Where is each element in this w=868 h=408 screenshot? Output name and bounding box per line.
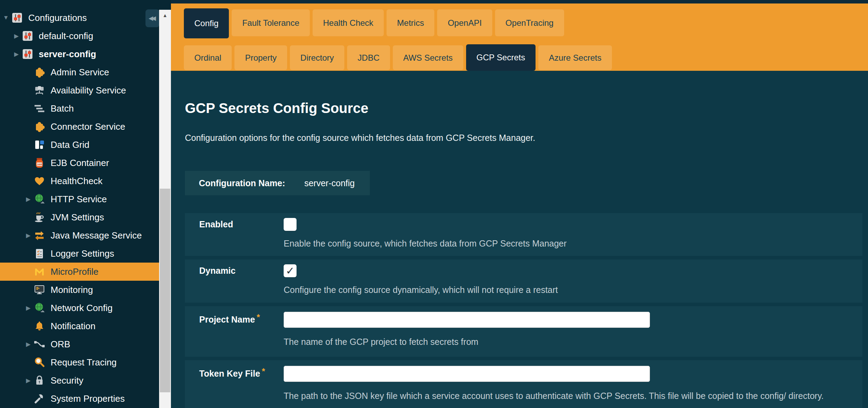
dynamic-checkbox[interactable]: ✓: [284, 264, 297, 277]
configuration-name-value: server-config: [304, 178, 355, 188]
configuration-name-box: Configuration Name: server-config: [185, 171, 370, 195]
tab-directory[interactable]: Directory: [290, 45, 344, 70]
tree-collapsed-icon[interactable]: ▶: [23, 232, 33, 239]
tree-item-label: Configurations: [28, 13, 87, 23]
secondary-tab-bar: Ordinal Property Directory JDBC AWS Secr…: [184, 45, 612, 71]
tree-item-label: Network Config: [51, 303, 113, 313]
sidebar-item-logger-settings[interactable]: Logger Settings: [0, 244, 159, 263]
content-area: Config Fault Tolerance Health Check Metr…: [171, 0, 868, 408]
sidebar-item-ejb-container[interactable]: EJB Container: [0, 154, 159, 172]
configuration-name-label: Configuration Name:: [199, 178, 285, 188]
tree-item-label: ORB: [51, 339, 70, 350]
sidebar-item-orb[interactable]: ▶ ORB: [0, 335, 159, 353]
config-icon: [22, 30, 33, 42]
enabled-help-text: Enable the config source, which fetches …: [284, 239, 862, 249]
sidebar-item-configurations[interactable]: ▼ Configurations: [0, 9, 159, 27]
sidebar-item-batch[interactable]: Batch: [0, 99, 159, 118]
microprofile-icon: [33, 266, 45, 278]
tree-item-label: JVM Settings: [51, 212, 104, 223]
sidebar-item-connector-service[interactable]: Connector Service: [0, 118, 159, 136]
heart-icon: [33, 175, 45, 187]
sidebar-collapse-button[interactable]: ◀◀: [145, 9, 159, 27]
sidebar-item-monitoring[interactable]: Monitoring: [0, 281, 159, 299]
cluster-icon: [33, 84, 45, 96]
tab-header: Config Fault Tolerance Health Check Metr…: [171, 3, 868, 71]
sidebar-item-jvm-settings[interactable]: JVM Settings: [0, 208, 159, 226]
dynamic-label: Dynamic: [199, 259, 284, 303]
wrench-icon: [33, 393, 45, 405]
tab-metrics[interactable]: Metrics: [387, 9, 434, 36]
sidebar-item-admin-service[interactable]: Admin Service: [0, 63, 159, 81]
config-icon: [11, 12, 23, 24]
token-key-file-help-text: The path to the JSON key file which a se…: [284, 391, 862, 401]
sidebar-item-availability-service[interactable]: Availability Service: [0, 81, 159, 99]
enabled-label: Enabled: [199, 213, 284, 256]
token-key-file-input[interactable]: [284, 366, 650, 382]
tab-gcp-secrets[interactable]: GCP Secrets: [466, 44, 536, 71]
tree-collapsed-icon[interactable]: ▶: [23, 341, 33, 348]
tab-jdbc[interactable]: JDBC: [347, 45, 390, 70]
sidebar-item-server-config[interactable]: ▶ server-config: [0, 45, 159, 63]
tab-azure-secrets[interactable]: Azure Secrets: [538, 45, 612, 70]
tree-item-label: Security: [51, 375, 83, 386]
tree-collapsed-icon[interactable]: ▶: [23, 304, 33, 312]
tab-config[interactable]: Config: [184, 8, 229, 38]
project-name-input[interactable]: [284, 312, 650, 328]
field-row-dynamic: Dynamic ✓ Configure the config source dy…: [185, 259, 862, 303]
tab-ordinal[interactable]: Ordinal: [184, 45, 232, 70]
tree-item-label: HTTP Service: [51, 194, 107, 205]
field-row-token-key-file: Token Key File* The path to the JSON key…: [185, 360, 862, 408]
tree-collapsed-icon[interactable]: ▶: [11, 32, 22, 40]
tree-item-label: Connector Service: [51, 121, 125, 132]
tree-item-label: EJB Container: [51, 158, 109, 168]
coffee-icon: [33, 211, 45, 223]
tab-openapi[interactable]: OpenAPI: [437, 9, 492, 36]
sidebar-item-notification[interactable]: Notification: [0, 317, 159, 335]
tree-item-label: System Properties: [51, 393, 125, 404]
enabled-checkbox[interactable]: [284, 218, 297, 231]
sidebar-item-request-tracing[interactable]: Request Tracing: [0, 353, 159, 371]
magnifier-icon: [33, 356, 45, 368]
tree-item-label: Notification: [51, 321, 96, 332]
sidebar-item-java-message-service[interactable]: ▶ Java Message Service: [0, 226, 159, 244]
tab-health-check[interactable]: Health Check: [313, 9, 384, 36]
sidebar-item-default-config[interactable]: ▶ default-config: [0, 27, 159, 45]
tree-item-label: Java Message Service: [51, 230, 142, 241]
tree-item-label: Monitoring: [51, 285, 93, 295]
sidebar-item-microprofile[interactable]: MicroProfile: [0, 263, 159, 281]
config-tree: ▼ Configurations ▶ default-config ▶ serv…: [0, 9, 159, 408]
sidebar-item-system-properties[interactable]: System Properties: [0, 390, 159, 408]
scroll-up-icon[interactable]: ▲: [159, 10, 171, 21]
tab-fault-tolerance[interactable]: Fault Tolerance: [232, 9, 310, 36]
batch-icon: [33, 103, 45, 114]
app-window: ▼ Configurations ▶ default-config ▶ serv…: [0, 0, 868, 408]
sidebar-scrollbar[interactable]: ▲: [159, 10, 171, 408]
top-strip: [171, 0, 868, 3]
tab-property[interactable]: Property: [234, 45, 287, 70]
field-row-project-name: Project Name* The name of the GCP projec…: [185, 306, 862, 357]
dynamic-help-text: Configure the config source dynamically,…: [284, 285, 862, 295]
sidebar-item-security[interactable]: ▶ Security: [0, 371, 159, 390]
tree-item-label: server-config: [39, 49, 96, 60]
scrollbar-thumb[interactable]: [160, 189, 170, 392]
tree-expanded-icon[interactable]: ▼: [1, 14, 11, 21]
sidebar-item-http-service[interactable]: ▶ HTTP Service: [0, 190, 159, 208]
tree-collapsed-icon[interactable]: ▶: [23, 377, 33, 384]
tree-item-label: Request Tracing: [51, 357, 117, 368]
arrows-exchange-icon: [33, 229, 45, 241]
tab-aws-secrets[interactable]: AWS Secrets: [393, 45, 463, 70]
tree-item-label: HealthCheck: [51, 176, 103, 187]
project-name-label: Project Name: [199, 315, 255, 324]
tree-collapsed-icon[interactable]: ▶: [11, 51, 22, 58]
sidebar-item-network-config[interactable]: ▶ Network Config: [0, 299, 159, 317]
token-key-file-label: Token Key File: [199, 369, 260, 378]
field-row-enabled: Enabled Enable the config source, which …: [185, 213, 862, 256]
tree-item-label: Availability Service: [51, 85, 126, 96]
sidebar-item-healthcheck[interactable]: HealthCheck: [0, 172, 159, 190]
tree-item-label: Logger Settings: [51, 248, 114, 259]
tab-opentracing[interactable]: OpenTracing: [495, 9, 564, 36]
sidebar-item-data-grid[interactable]: Data Grid: [0, 136, 159, 154]
tree-collapsed-icon[interactable]: ▶: [23, 196, 33, 203]
cable-icon: [33, 338, 45, 350]
check-icon: ✓: [286, 266, 294, 276]
